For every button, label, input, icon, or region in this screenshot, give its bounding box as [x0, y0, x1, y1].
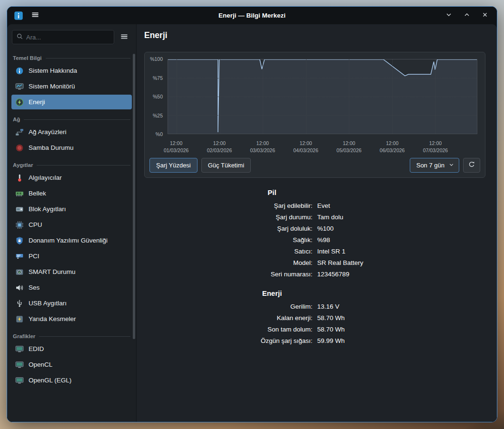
x-tick-label: 12:0005/03/2026 — [329, 140, 369, 154]
minimize-button[interactable] — [444, 10, 454, 21]
sidebar-item-smart-durumu[interactable]: SMART Durumu — [11, 264, 132, 279]
app-window: Enerji — Bilgi Merkezi T — [7, 6, 497, 422]
sidebar-item-pci[interactable]: PCI — [11, 249, 132, 263]
sidebar-section-label: Aygıtlar — [13, 162, 33, 168]
pci-icon — [15, 252, 24, 261]
sidebar-item-ses[interactable]: Ses — [11, 280, 132, 295]
chart-plot-area — [168, 59, 477, 134]
audio-icon — [15, 283, 24, 292]
form-value: 58.70 Wh — [317, 314, 486, 322]
battery-chart: %0%25%50%75%100 12:0001/03/202612:0002/0… — [149, 57, 480, 154]
sidebar-item-donan-m-yaz-l-m-g-venli-i[interactable]: Donanım Yazılımı Güvenliği — [11, 233, 132, 248]
x-tick-label: 12:0006/03/2026 — [372, 140, 412, 154]
sidebar-section-label: Temel Bilgi — [13, 55, 42, 61]
form-value: Tam dolu — [317, 214, 486, 221]
x-tick-label: 12:0003/03/2026 — [243, 140, 283, 154]
search-input[interactable] — [26, 34, 110, 41]
monitor-icon — [15, 82, 24, 91]
sidebar-item-cpu[interactable]: CPU — [11, 217, 132, 232]
chart-card: %0%25%50%75%100 12:0001/03/202612:0002/0… — [144, 52, 485, 178]
time-range-select[interactable]: Son 7 gün — [410, 158, 459, 173]
form-value: 58.70 Wh — [317, 326, 486, 333]
battery-icon — [15, 98, 24, 107]
sidebar-item-label: Donanım Yazılımı Güvenliği — [29, 237, 108, 244]
sidebar-overflow-button[interactable] — [117, 30, 131, 44]
section-divider — [37, 165, 130, 166]
sidebar-item-edid[interactable]: EDID — [11, 341, 132, 356]
form-label: Son tam dolum: — [144, 326, 313, 333]
x-tick-label: 12:0007/03/2026 — [415, 140, 455, 154]
security-icon — [15, 236, 24, 245]
hamburger-menu-button[interactable] — [29, 10, 41, 21]
chart-gridline — [168, 78, 477, 78]
section-title-battery: Pil — [137, 188, 443, 196]
refresh-button[interactable] — [463, 158, 480, 173]
refresh-icon — [468, 161, 475, 170]
sidebar-section-title: Aygıtlar — [13, 162, 130, 168]
sidebar-item-enerji[interactable]: Enerji — [11, 95, 132, 109]
form-value: %98 — [317, 236, 486, 244]
close-button[interactable] — [480, 10, 490, 21]
section-divider — [46, 58, 131, 58]
sidebar-item-label: Sistem Monitörü — [29, 83, 75, 90]
sidebar-item-opengl-egl[interactable]: OpenGL (EGL) — [11, 373, 132, 388]
charge-percent-button[interactable]: Şarj Yüzdesi — [149, 158, 198, 173]
sidebar-scrollbar[interactable] — [133, 54, 135, 339]
sidebar-item-label: Blok Aygıtları — [29, 205, 66, 213]
info-icon — [15, 67, 24, 75]
sidebar-item-blok-ayg-tlar[interactable]: Blok Aygıtları — [11, 202, 132, 216]
sidebar-section-title: Temel Bilgi — [13, 55, 130, 61]
y-tick-label: %0 — [156, 131, 163, 137]
sidebar-item-label: Enerji — [29, 98, 45, 106]
power-consumption-button[interactable]: Güç Tüketimi — [201, 158, 251, 173]
hamburger-icon — [120, 32, 128, 42]
sidebar-item-label: SMART Durumu — [29, 268, 76, 275]
x-tick-label: 12:0004/03/2026 — [286, 140, 326, 154]
energy-info-section: Enerji Gerilim: 13.16 V Kalan enerji: 58… — [144, 289, 485, 344]
form-value: Intel SR 1 — [317, 248, 486, 255]
form-label: Model: — [144, 259, 313, 266]
search-icon — [16, 33, 23, 42]
chart-y-axis: %0%25%50%75%100 — [149, 59, 166, 134]
display-icon — [15, 345, 24, 353]
smart-icon — [15, 268, 24, 276]
form-value: Evet — [317, 202, 486, 209]
sidebar-item-sistem-monit-r[interactable]: Sistem Monitörü — [11, 79, 132, 94]
sidebar-section-title: Ağ — [13, 117, 130, 122]
chart-gridline — [168, 115, 477, 116]
disk-icon — [15, 205, 24, 214]
samba-icon — [15, 144, 24, 152]
sidebar-item-label: EDID — [29, 345, 44, 352]
interrupts-icon — [15, 315, 24, 323]
chart-toolbar: Şarj Yüzdesi Güç Tüketimi Son 7 gün — [149, 158, 480, 173]
sidebar-item-yar-da-kesmeler[interactable]: Yarıda Kesmeler — [11, 312, 132, 326]
sensors-icon — [15, 174, 24, 182]
sidebar-item-sistem-hakk-nda[interactable]: Sistem Hakkında — [11, 63, 132, 78]
form-label: Şarj durumu: — [144, 214, 313, 221]
sidebar-item-alg-lay-c-lar[interactable]: Algılayıcılar — [11, 170, 132, 185]
form-label: Gerilim: — [144, 303, 313, 310]
desktop-wallpaper: Enerji — Bilgi Merkezi T — [0, 0, 504, 429]
sidebar-item-usb-ayg-tlar[interactable]: USB Aygıtları — [11, 296, 132, 311]
display-icon — [15, 361, 24, 369]
form-value: 123456789 — [317, 271, 486, 278]
sidebar-item-bellek[interactable]: Bellek — [11, 186, 132, 201]
sidebar-item-label: Algılayıcılar — [29, 174, 62, 181]
y-tick-label: %75 — [153, 75, 163, 81]
sidebar-item-samba-durumu[interactable]: Samba Durumu — [11, 140, 132, 155]
form-label: Kalan enerji: — [144, 314, 313, 322]
cpu-icon — [15, 221, 24, 229]
sidebar-item-opencl[interactable]: OpenCL — [11, 357, 132, 372]
sidebar: Temel Bilgi Sistem Hakkında Sistem Monit… — [7, 24, 137, 422]
maximize-button[interactable] — [462, 10, 472, 21]
form-label: Seri numarası: — [144, 271, 313, 278]
sidebar-section-title: Grafikler — [13, 333, 130, 339]
page-header: Enerji — [137, 24, 497, 46]
sidebar-item-label: Bellek — [29, 190, 46, 197]
time-range-value: Son 7 gün — [416, 162, 445, 169]
sidebar-nav: Temel Bilgi Sistem Hakkında Sistem Monit… — [7, 48, 136, 422]
search-field[interactable] — [12, 30, 114, 44]
sidebar-item-a-aray-zleri[interactable]: Ağ Arayüzleri — [11, 125, 132, 139]
form-label: Sağlık: — [144, 236, 313, 244]
titlebar[interactable]: Enerji — Bilgi Merkezi — [7, 7, 497, 24]
